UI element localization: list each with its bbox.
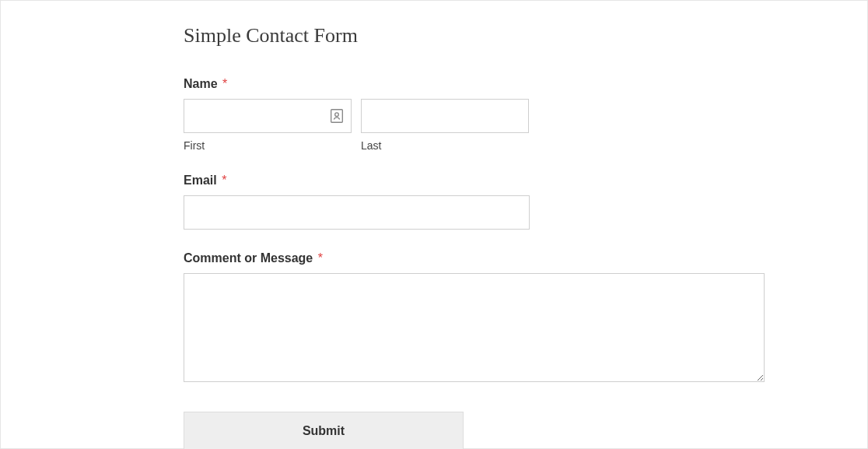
form-title: Simple Contact Form (184, 24, 684, 47)
email-input[interactable] (184, 195, 530, 230)
message-textarea[interactable] (184, 273, 765, 382)
submit-button[interactable]: Submit (184, 412, 464, 449)
name-label: Name * (184, 77, 684, 91)
message-field-group: Comment or Message * (184, 251, 684, 385)
email-field-group: Email * (184, 174, 684, 230)
message-label: Comment or Message * (184, 251, 684, 265)
required-mark: * (318, 251, 323, 265)
email-label: Email * (184, 174, 684, 188)
name-label-text: Name (184, 77, 218, 90)
name-field-group: Name * First Last (184, 77, 684, 152)
email-label-text: Email (184, 174, 217, 187)
required-mark: * (222, 174, 226, 187)
first-name-input[interactable] (184, 99, 352, 133)
required-mark: * (222, 77, 227, 90)
name-row: First Last (184, 99, 684, 152)
message-label-text: Comment or Message (184, 251, 313, 265)
first-name-sublabel: First (184, 139, 352, 152)
last-name-input[interactable] (361, 99, 529, 133)
first-name-column: First (184, 99, 352, 152)
last-name-column: Last (361, 99, 529, 152)
last-name-sublabel: Last (361, 139, 529, 152)
form-container: Simple Contact Form Name * First (0, 0, 868, 449)
